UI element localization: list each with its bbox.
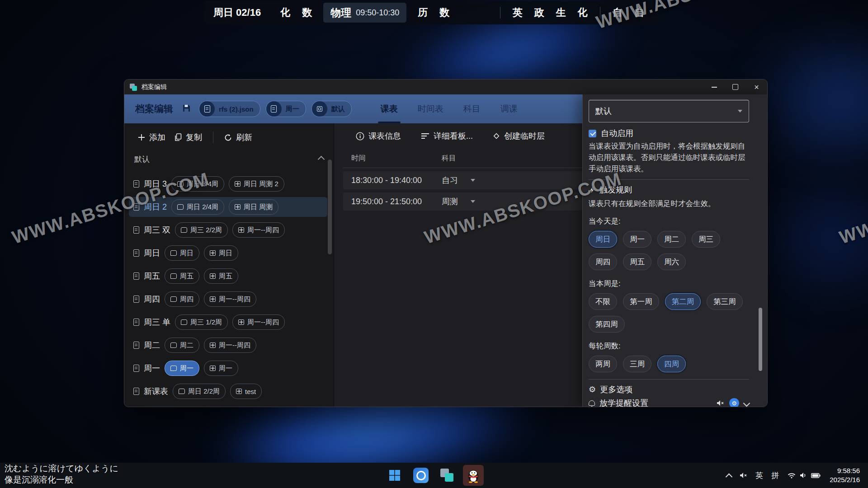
clock-date: 2025/2/16 [830,475,860,484]
more-options-button[interactable]: ⚙ 更多选项 [589,384,749,395]
doc-icon [133,365,139,372]
schedule-subject: 数 [302,6,312,19]
week-chip[interactable]: 不限 [589,293,617,310]
tab-reschedule[interactable]: 调课 [491,94,528,123]
tab-subjects[interactable]: 科目 [453,94,491,123]
start-button[interactable] [384,465,405,486]
tab-timetable[interactable]: 课表 [371,94,408,123]
divider [589,179,749,180]
subject-dropdown[interactable]: 周测 [442,196,475,207]
detail-board-button[interactable]: 详细看板... [421,131,473,141]
refresh-button[interactable]: 刷新 [220,129,257,145]
copy-button[interactable]: 复制 [170,129,207,145]
create-temp-layer-button[interactable]: 创建临时层 [493,131,545,141]
tab-timelayout[interactable]: 时间表 [408,94,453,123]
day-chip[interactable]: 周六 [657,253,686,270]
schedule-row-selected[interactable]: 周日 2 周日 2/4周 周日 周测 [129,197,327,217]
day-chip[interactable]: 周五 [623,253,651,270]
tag-icon [177,181,184,187]
window-titlebar[interactable]: 档案编辑 × [124,80,767,94]
schedule-row[interactable]: 周二 周二 周一--周四 [129,335,327,355]
week-chip[interactable]: 第三周 [707,293,743,310]
day-rule-label: 当今天是: [589,216,749,226]
week-chip[interactable]: 第四周 [589,316,625,333]
schedule-row[interactable]: 周日 3 周日 3/4周 周日 周测 2 [129,174,327,194]
timetable-badge: 周一--周四 [204,338,256,353]
schedule-row[interactable]: 周一 周一 周一 [129,358,327,378]
schedule-date: 周日 02/16 [213,6,261,19]
cycle-chip-selected[interactable]: 四周 [657,356,686,372]
timetable-select[interactable]: 默认 [589,100,749,122]
schedule-row[interactable]: 周五 周五 周五 [129,266,327,286]
battery-icon [811,473,821,478]
day-chip[interactable]: 周四 [589,253,617,270]
schedule-row[interactable]: 新课表 周日 2/2周 test [129,381,327,401]
schedule-row[interactable]: 周三 双 周三 2/2周 周一--周四 [129,220,327,240]
day-chip[interactable]: 周三 [692,231,720,248]
timetable-badge: 周日 周测 2 [229,176,284,192]
week-chip-selected[interactable]: 第二周 [665,293,701,310]
settings-badge-icon[interactable]: ⚙ [729,398,739,407]
tab-bar: 课表 时间表 科目 调课 [371,94,528,123]
maximize-button[interactable] [725,80,746,94]
schedule-row[interactable]: 周三 单 周三 1/2周 周一--周四 [129,312,327,332]
tray-mute-button[interactable] [736,466,751,484]
day-chip[interactable]: 周二 [657,231,686,248]
copy-icon [175,133,182,141]
timetable-chip[interactable]: 默认 [311,101,352,117]
cycle-chip[interactable]: 两周 [589,356,617,372]
timetable-badge: 周五 [204,268,238,284]
trigger-rules-icon [589,187,595,193]
schedule-row[interactable]: 周日 周日 周日 [129,243,327,263]
cycle-chip[interactable]: 三周 [623,356,651,372]
tray-overflow-button[interactable] [722,466,736,484]
list-scrollbar[interactable] [328,160,332,254]
group-header[interactable]: 默认 [124,151,334,167]
schedule-row[interactable]: 周四 周四 周一--周四 [129,289,327,309]
drawer-scrollbar[interactable] [759,308,762,371]
profile-edit-window: 档案编辑 × 档案编辑 rfs (2).json [124,79,768,407]
desktop: 周日 02/16 化 数 物理 09:50-10:30 历 数 英 政 生 化 … [0,0,868,488]
subject-dropdown[interactable]: 自习 [442,175,475,186]
day-chip-selected[interactable]: 周日 [589,231,617,248]
dismissal-reminder-expander[interactable]: 放学提醒设置 ⚙ [589,398,749,407]
ime-pinyin-indicator[interactable]: 拼 [767,466,783,484]
layer-chip[interactable]: 周一 [266,101,306,117]
tag-icon [170,296,177,302]
caret-down-icon [738,110,742,113]
schedule-subject: 自 [634,6,644,19]
timetable-badge: 周一--周四 [232,222,285,238]
week-chip[interactable]: 第一周 [623,293,659,310]
timetable-badge: test [230,384,262,399]
window-title: 档案编辑 [142,83,167,91]
taskbar-app-profile-editor[interactable] [437,465,458,486]
save-button[interactable] [182,104,191,114]
table-icon [235,181,241,187]
add-button[interactable]: 添加 [133,129,170,145]
app-icon [130,84,137,91]
caret-down-icon [471,179,475,182]
table-icon [238,227,244,233]
timetable-info-button[interactable]: 课表信息 [356,131,401,141]
tag-icon [170,343,177,348]
week-rule-label: 当本周是: [589,279,749,289]
tag-icon [181,227,187,233]
file-chip[interactable]: rfs (2).json [199,101,260,117]
auto-enable-row[interactable]: 自动启用 [589,128,749,139]
minimize-button[interactable] [703,80,725,94]
taskbar-app-qq[interactable] [463,465,484,486]
day-chip[interactable]: 周一 [623,231,651,248]
taskbar-app-classisland[interactable] [410,465,431,486]
trigger-rules-description: 课表只有在规则全部满足时才会生效。 [589,198,749,209]
doc-icon [133,296,139,303]
auto-enable-checkbox[interactable] [589,130,596,137]
schedule-bar: 周日 02/16 化 数 物理 09:50-10:30 历 数 英 政 生 化 … [204,1,659,24]
tag-icon [177,204,184,210]
trigger-rules-header: 触发规则 [589,184,749,195]
system-tray-cluster[interactable] [783,472,825,479]
ime-english-indicator[interactable]: 英 [751,466,767,484]
qq-icon [467,468,480,483]
clock[interactable]: 9:58:56 2025/2/16 [825,466,865,485]
rule-badge-active: 周一 [165,361,199,376]
close-button[interactable]: × [746,80,767,94]
